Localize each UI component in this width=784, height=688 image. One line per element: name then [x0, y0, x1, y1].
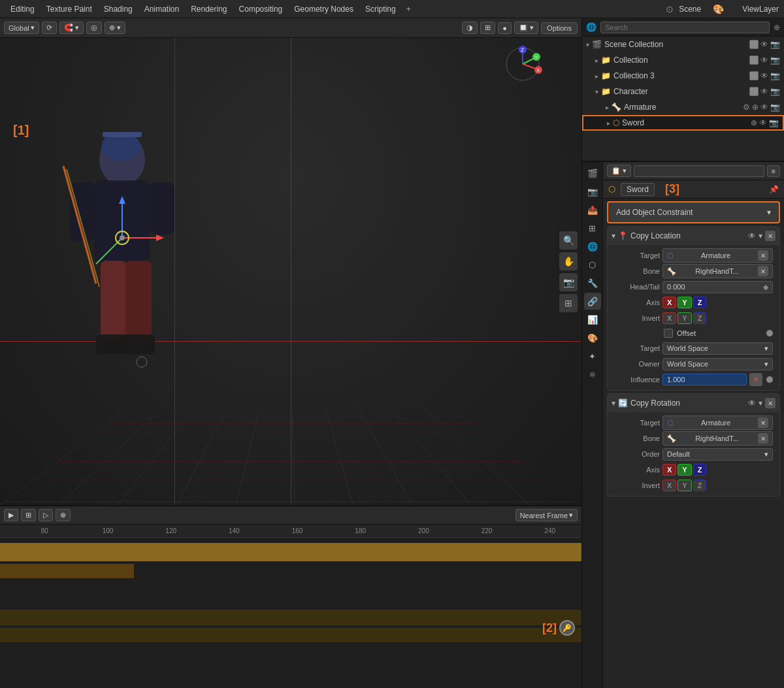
- vis-render[interactable]: [749, 40, 759, 49]
- timeline-channel-btn[interactable]: ⊕: [56, 509, 71, 521]
- prop-pin-icon[interactable]: 📌: [769, 185, 779, 194]
- prop-particle-icon[interactable]: ✦: [584, 348, 601, 365]
- target-value[interactable]: ⬡ Armature ✕: [662, 248, 773, 263]
- vis-eye[interactable]: 👁: [760, 103, 768, 112]
- rot-axis-y-btn[interactable]: Y: [678, 464, 691, 476]
- outliner-search[interactable]: [600, 22, 770, 33]
- copy-rotation-header[interactable]: ▾ 🔄 Copy Rotation 👁 ▾ ✕: [608, 394, 779, 412]
- influence-dot[interactable]: [766, 376, 773, 383]
- outliner-item-collection[interactable]: ▸ 📁 Collection 👁 📷: [582, 52, 784, 68]
- menu-geometry-nodes[interactable]: Geometry Nodes: [289, 3, 359, 15]
- viewport-render-btn[interactable]: 🔲 ▾: [514, 22, 538, 34]
- grid-icon[interactable]: ⊞: [559, 294, 578, 312]
- chevron-down[interactable]: ▾: [759, 231, 762, 240]
- outliner-item-sword[interactable]: ▸ ⬡ Sword ⊕ 👁 📷: [582, 115, 784, 131]
- rot-target-clear[interactable]: ✕: [758, 418, 768, 428]
- target-space-dropdown[interactable]: World Space ▾: [662, 342, 773, 355]
- camera-icon[interactable]: 📷: [559, 273, 578, 291]
- prop-modifier-icon[interactable]: 🔧: [584, 274, 601, 291]
- rot-invert-z-btn[interactable]: Z: [693, 480, 707, 491]
- zoom-icon[interactable]: 🔍: [559, 231, 578, 250]
- copy-location-header[interactable]: ▾ 📍 Copy Location 👁 ▾ ✕: [608, 227, 779, 245]
- vis-camera[interactable]: 📷: [770, 56, 780, 65]
- overlay-btn[interactable]: ⊕ ▾: [105, 22, 125, 34]
- rot-axis-x-btn[interactable]: X: [662, 464, 676, 476]
- snap-btn[interactable]: 🧲 ▾: [59, 22, 84, 34]
- timeline-filter-btn[interactable]: ⊞: [21, 509, 36, 521]
- global-mode-btn[interactable]: Global ▾: [4, 22, 39, 34]
- timeline-marker-btn[interactable]: ▷: [39, 509, 53, 521]
- menu-texture-paint[interactable]: Texture Paint: [41, 3, 97, 15]
- rot-bone-value[interactable]: 🦴 RightHandT... ✕: [662, 431, 773, 446]
- vis-eye[interactable]: 👁: [748, 399, 756, 408]
- prop-material-icon[interactable]: 🎨: [584, 329, 601, 346]
- vis-eye[interactable]: 👁: [759, 118, 767, 127]
- proportional-btn[interactable]: ◎: [86, 22, 102, 34]
- rot-bone-clear[interactable]: ✕: [758, 433, 768, 444]
- outliner-item-character[interactable]: ▾ 📁 Character 👁 📷: [582, 84, 784, 99]
- prop-data-icon[interactable]: 📊: [584, 311, 601, 328]
- prop-options-btn[interactable]: ≡: [767, 165, 780, 177]
- menu-scripting[interactable]: Scripting: [360, 3, 401, 15]
- menu-rendering[interactable]: Rendering: [186, 3, 232, 15]
- prop-object-icon[interactable]: ⬡: [584, 256, 601, 273]
- prop-scene-icon[interactable]: 🎬: [584, 165, 601, 182]
- viewport-3d[interactable]: [1] Z Y X: [0, 38, 581, 505]
- chevron-down[interactable]: ▾: [759, 399, 762, 408]
- remove-constraint-btn[interactable]: ✕: [765, 231, 776, 241]
- axis-y-btn[interactable]: Y: [678, 297, 691, 308]
- vis-render[interactable]: [749, 56, 759, 65]
- menu-editing[interactable]: Editing: [5, 3, 40, 15]
- invert-x-btn[interactable]: X: [662, 312, 676, 324]
- viewport-wire-btn[interactable]: ⊞: [480, 22, 495, 34]
- prop-physics-icon[interactable]: ⚛: [584, 366, 601, 383]
- outliner-item-collection3[interactable]: ▸ 📁 Collection 3 👁 📷: [582, 68, 784, 84]
- rot-target-value[interactable]: ⬡ Armature ✕: [662, 416, 773, 430]
- prop-world-icon[interactable]: 🌐: [584, 238, 601, 255]
- menu-animation[interactable]: Animation: [139, 3, 184, 15]
- object-name-field[interactable]: Sword: [621, 183, 655, 196]
- outliner-item-scene-collection[interactable]: ▾ 🎬 Scene Collection 👁 📷: [582, 37, 784, 52]
- vis-eye[interactable]: 👁: [760, 87, 768, 96]
- timeline-key-icon[interactable]: 🔑: [559, 620, 575, 636]
- head-tail-value[interactable]: 0.000 ◆: [662, 281, 773, 293]
- vis-eye[interactable]: 👁: [760, 40, 768, 49]
- prop-mode-btn[interactable]: 📋 ▾: [607, 165, 631, 177]
- offset-dot[interactable]: [766, 330, 773, 336]
- nearest-frame-btn[interactable]: Nearest Frame ▾: [515, 509, 578, 521]
- axis-z-btn[interactable]: Z: [693, 297, 707, 308]
- viewport-material-btn[interactable]: ●: [498, 22, 512, 34]
- offset-checkbox[interactable]: [664, 329, 673, 338]
- add-workspace-button[interactable]: +: [402, 3, 415, 15]
- axis-x-btn[interactable]: X: [662, 297, 676, 308]
- vis-camera[interactable]: 📷: [770, 103, 780, 112]
- prop-constraint-icon[interactable]: 🔗: [584, 293, 601, 310]
- rot-invert-y-btn[interactable]: Y: [678, 480, 691, 491]
- influence-field[interactable]: 1.000: [662, 374, 747, 385]
- vis-eye[interactable]: 👁: [760, 71, 768, 80]
- add-constraint-button[interactable]: Add Object Constraint ▾: [607, 201, 780, 223]
- vis-camera[interactable]: 📷: [770, 40, 780, 49]
- bone-clear-btn[interactable]: ✕: [758, 266, 768, 276]
- filter-icon[interactable]: ⊕: [752, 103, 759, 112]
- prop-view-layer-icon[interactable]: ⊞: [584, 220, 601, 237]
- target-clear-btn[interactable]: ✕: [758, 250, 768, 261]
- invert-z-btn[interactable]: Z: [693, 312, 707, 324]
- vis-camera[interactable]: 📷: [770, 71, 780, 80]
- influence-clear-btn[interactable]: ✕: [749, 373, 762, 386]
- rot-invert-x-btn[interactable]: X: [662, 480, 676, 491]
- move-icon[interactable]: ✋: [559, 252, 578, 270]
- outliner-filter-icon[interactable]: ⊕: [774, 23, 780, 32]
- timeline-content[interactable]: [2] 🔑: [0, 538, 581, 688]
- vis-camera[interactable]: 📷: [769, 118, 779, 127]
- invert-y-btn[interactable]: Y: [678, 312, 691, 324]
- vis-eye[interactable]: 👁: [748, 231, 756, 240]
- menu-compositing[interactable]: Compositing: [234, 3, 288, 15]
- filter-icon[interactable]: ⊕: [751, 118, 757, 127]
- transform-btn[interactable]: ⟳: [42, 22, 57, 34]
- vis-render[interactable]: [749, 87, 759, 96]
- properties-search[interactable]: [634, 165, 764, 177]
- prop-render-icon[interactable]: 📷: [584, 183, 601, 200]
- bone-value[interactable]: 🦴 RightHandT... ✕: [662, 264, 773, 278]
- viewport-shading-btn[interactable]: ◑: [462, 22, 478, 34]
